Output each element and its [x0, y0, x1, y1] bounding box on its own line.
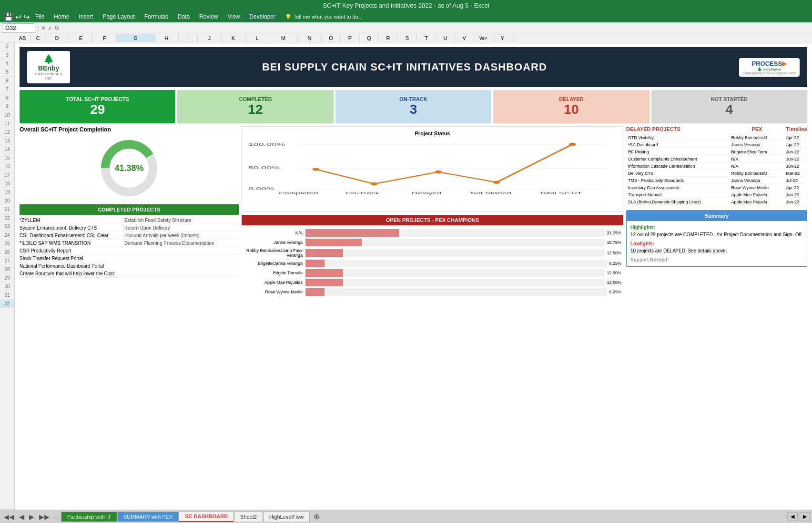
row-10[interactable]: 10 [0, 111, 14, 120]
tab-last-button[interactable]: ▶▶ [37, 512, 51, 522]
row-8[interactable]: 8 [0, 94, 14, 102]
row-22[interactable]: 22 [0, 214, 14, 222]
tab-summary-with-pex[interactable]: SUMMARY with PEX [117, 512, 179, 522]
bar-track [305, 239, 605, 246]
col-m[interactable]: M [269, 34, 298, 42]
col-q[interactable]: Q [360, 34, 379, 42]
menu-developer[interactable]: Developer [245, 12, 279, 21]
scroll-left-button[interactable]: ◀ [787, 512, 798, 521]
delayed-project-name: OTD Visibility [627, 135, 730, 141]
tab-sheet2[interactable]: Sheet2 [234, 512, 263, 522]
row-20[interactable]: 20 [0, 197, 14, 205]
row-5[interactable]: 5 [0, 68, 14, 77]
col-n[interactable]: N [298, 34, 322, 42]
row-23[interactable]: 23 [0, 222, 14, 231]
table-row: Information Cascade Centralization N/A J… [627, 163, 806, 170]
col-c[interactable]: C [31, 34, 45, 42]
delayed-projects-section: DELAYED PROJECTS PEX Timeline OTD Visibi… [626, 126, 807, 206]
row-13[interactable]: 13 [0, 137, 14, 145]
delayed-project-name: Transport Manual [627, 192, 730, 198]
row-3[interactable]: 3 [0, 51, 14, 60]
row-4[interactable]: 4 [0, 60, 14, 68]
row-12[interactable]: 12 [0, 128, 14, 137]
tab-sc-dashboard[interactable]: SC DASHBOARD [179, 511, 234, 522]
row-11[interactable]: 11 [0, 120, 14, 128]
col-p[interactable]: P [341, 34, 360, 42]
project-desc [124, 263, 239, 269]
row-32[interactable]: 32 [0, 300, 14, 308]
col-d[interactable]: D [45, 34, 69, 42]
add-sheet-button[interactable]: ⊕ [310, 512, 324, 521]
row-18[interactable]: 18 [0, 180, 14, 188]
col-r[interactable]: R [379, 34, 398, 42]
svg-text:Total SC+IT: Total SC+IT [539, 191, 582, 195]
row-21[interactable]: 21 [0, 205, 14, 214]
row-19[interactable]: 19 [0, 188, 14, 197]
name-box[interactable] [2, 23, 35, 33]
row-17[interactable]: 17 [0, 171, 14, 180]
tab-next-button[interactable]: ▶ [27, 512, 36, 522]
row-15[interactable]: 15 [0, 154, 14, 162]
row-31[interactable]: 31 [0, 291, 14, 300]
delayed-cols: PEX Timeline [752, 126, 807, 132]
confirm-formula-icon[interactable]: ✓ [48, 25, 52, 31]
col-ab[interactable]: AB [14, 34, 31, 42]
row-29[interactable]: 29 [0, 274, 14, 282]
tab-first-button[interactable]: ◀◀ [2, 512, 16, 522]
menu-review[interactable]: Review [195, 12, 222, 21]
col-e[interactable]: E [69, 34, 93, 42]
row-30[interactable]: 30 [0, 282, 14, 291]
menu-file[interactable]: File [31, 12, 48, 21]
cancel-formula-icon[interactable]: ✕ [41, 25, 46, 31]
col-s[interactable]: S [398, 34, 417, 42]
col-j[interactable]: J [198, 34, 222, 42]
col-g[interactable]: G [117, 34, 155, 42]
row-6[interactable]: 6 [0, 77, 14, 85]
menu-formulas[interactable]: Formulas [141, 12, 172, 21]
row-7[interactable]: 7 [0, 85, 14, 94]
col-y[interactable]: Y [493, 34, 512, 42]
row-14[interactable]: 14 [0, 145, 14, 154]
row-26[interactable]: 26 [0, 248, 14, 257]
save-icon[interactable]: 💾 [4, 12, 13, 21]
tab-prev-button[interactable]: ◀ [17, 512, 26, 522]
bar-pct: 18.75% [607, 240, 621, 245]
tree-icon: 🌲 [32, 54, 65, 64]
row-28[interactable]: 28 [0, 265, 14, 274]
menu-insert[interactable]: Insert [75, 12, 97, 21]
col-h[interactable]: H [155, 34, 179, 42]
undo-icon[interactable]: ↩ [15, 12, 21, 21]
menu-data[interactable]: Data [174, 12, 193, 21]
row-27[interactable]: 27 [0, 257, 14, 265]
middle-panel: Project Status 100.00% 50.00% 0.00% [242, 126, 623, 516]
tab-partnership-with-it[interactable]: Partnership with IT [61, 512, 117, 522]
col-w[interactable]: W> [474, 34, 493, 42]
redo-icon[interactable]: ↪ [23, 12, 30, 21]
project-desc [124, 256, 239, 261]
row-2[interactable]: 2 [0, 42, 14, 51]
row-25[interactable]: 25 [0, 240, 14, 248]
menu-view[interactable]: View [224, 12, 244, 21]
col-t[interactable]: T [417, 34, 436, 42]
tell-me-bar[interactable]: 💡 Tell me what you want to do... [285, 14, 363, 20]
row-16[interactable]: 16 [0, 162, 14, 171]
menu-home[interactable]: Home [50, 12, 73, 21]
col-o[interactable]: O [322, 34, 341, 42]
row-24[interactable]: 24 [0, 231, 14, 240]
row-9[interactable]: 9 [0, 102, 14, 111]
col-f[interactable]: F [93, 34, 117, 42]
col-k[interactable]: K [222, 34, 245, 42]
delayed-project-name: RF Picking [627, 149, 730, 155]
tab-highlevelflow[interactable]: HighLevelFlow [263, 512, 310, 522]
col-v[interactable]: V [455, 34, 474, 42]
insert-function-icon[interactable]: fx [54, 25, 59, 31]
bar-track [305, 260, 607, 267]
svg-point-9 [371, 182, 378, 186]
formula-input[interactable] [61, 24, 810, 32]
col-l[interactable]: L [245, 34, 269, 42]
col-u[interactable]: U [436, 34, 455, 42]
menu-page-layout[interactable]: Page Layout [99, 12, 138, 21]
scroll-right-button[interactable]: ▶ [800, 512, 810, 521]
delayed-table: OTD Visibility Robby Bombales/J Apr-22 *… [626, 134, 807, 206]
col-i[interactable]: I [179, 34, 198, 42]
